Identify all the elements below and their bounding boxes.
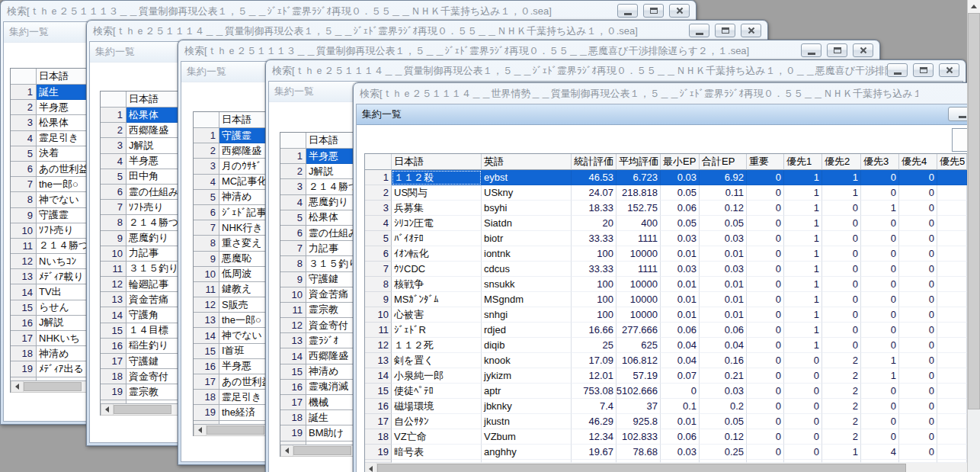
panel-titlebar[interactable]: 集約一覧 [357, 104, 967, 125]
row-number: 14 [365, 368, 392, 384]
column-header-8[interactable]: 優先1 [784, 154, 822, 170]
window-titlebar[interactable]: 検索[ｔｈｅ２５１１１３＿＿質量制御再現公表１，５＿＿ｼﾞｪﾄﾞ霊界ﾗｼﾞｵ再現… [181, 40, 877, 61]
table-row[interactable]: 4ｼﾘｺﾝ圧電Siatdn204000.050.0501000 [365, 216, 967, 231]
scroll-left-button[interactable] [11, 381, 24, 392]
table-row[interactable]: 11ｼﾞｪﾄﾞRrdjed16.66277.6660.060.0601000 [365, 323, 967, 338]
table-cell: １１２死 [392, 338, 482, 353]
row-number: 5 [194, 190, 219, 205]
table-cell: 0 [899, 231, 937, 246]
table-row[interactable]: 9MSｶﾞﾝﾀﾞﾑMSgndm100100000.010.0101000 [365, 292, 967, 307]
column-header-7[interactable]: 重要 [747, 154, 784, 170]
scrollbar-thumb[interactable] [24, 382, 82, 391]
table-row[interactable]: 15使徒ﾍﾟﾃﾛaptr753.0825102.66600.0300200 [365, 384, 967, 399]
scrollbar-thumb[interactable] [968, 13, 980, 409]
table-cell: ｼﾞｪﾄﾞR [392, 323, 482, 338]
table-cell: 100 [572, 246, 617, 262]
table-cell: 0 [861, 185, 899, 201]
row-number: 17 [280, 395, 306, 410]
scroll-up-button[interactable] [968, 0, 980, 14]
table-cell: 0.05 [661, 216, 700, 231]
scroll-left-button[interactable] [281, 445, 293, 456]
column-header-10[interactable]: 優先3 [861, 154, 899, 170]
scroll-left-button[interactable] [194, 425, 207, 435]
table-row[interactable]: 1１１２殺eybst46.536.7230.036.9201100 [365, 170, 967, 185]
column-header-9[interactable]: 優先2 [822, 154, 861, 170]
table-cell: 1 [784, 170, 822, 185]
column-header-5[interactable]: 最小EP [661, 154, 700, 170]
table-row[interactable]: 3兵募集bsyhi18.33152.750.060.1201010 [365, 201, 967, 216]
column-header-3[interactable]: 統計評価 [572, 154, 617, 170]
table-cell: 磁場環境 [392, 399, 482, 414]
maximize-button[interactable] [913, 63, 934, 77]
close-button[interactable] [669, 4, 690, 18]
maximize-button[interactable] [643, 4, 664, 18]
table-cell: diqib [482, 338, 572, 353]
column-header-12[interactable]: 優先5 [937, 154, 967, 170]
table-cell: 10000 [617, 307, 661, 323]
table-cell: 0 [822, 262, 861, 277]
maximize-button[interactable] [715, 24, 735, 37]
column-header-rownum[interactable] [365, 154, 392, 170]
table-row[interactable]: 16磁場環境jbknky7.4370.10.200200 [365, 399, 967, 414]
window-titlebar[interactable]: 検索[ｔｈｅ２５１１１４＿＿世界情勢＿＿質量制御再現公表１，５＿＿ｼﾞｪﾄﾞ霊界… [356, 83, 967, 104]
minimize-button[interactable] [801, 43, 821, 57]
table-row[interactable]: 8核戦争snsukk100100000.010.0101000 [365, 277, 967, 292]
table-cell: 0.07 [661, 368, 700, 384]
table-cell: 1 [784, 231, 822, 246]
column-header-6[interactable]: 合計EP [700, 154, 747, 170]
table-row[interactable]: 14小泉純一郎jykizm12.0157.190.070.2100210 [365, 368, 967, 384]
table-cell: 0 [822, 246, 861, 262]
table-cell [937, 216, 967, 231]
row-number: 7 [280, 241, 306, 256]
column-header-4[interactable]: 平均評価 [617, 154, 661, 170]
scroll-left-button[interactable] [365, 463, 377, 472]
window-title: 検索[ｔｈｅ２５１１１４＿＿質量制御再現公表１，５＿＿ｼﾞｪﾄﾞ霊界ﾗｼﾞｵ再現… [268, 64, 899, 78]
toolbar-blank-button[interactable] [952, 128, 967, 152]
table-row[interactable]: 2US関与USkny24.07218.8180.050.1101100 [365, 185, 967, 201]
table-row[interactable]: 7ｳｿCDCcdcus33.3311110.030.0301000 [365, 262, 967, 277]
row-number: 13 [280, 333, 306, 348]
table-cell: 1 [784, 323, 822, 338]
workspace-vertical-scrollbar[interactable] [967, 0, 980, 472]
row-number: 17 [11, 331, 37, 346]
close-button[interactable] [939, 63, 959, 77]
table-cell: 自公ｻﾀﾝ [392, 414, 482, 429]
panel-minimize-button[interactable] [948, 107, 967, 121]
column-header-1[interactable]: 日本語 [392, 154, 482, 170]
table-row[interactable]: 17自公ｻﾀﾝjkustn46.29925.80.010.0500200 [365, 414, 967, 429]
table-cell: 0 [822, 216, 861, 231]
window-title: 検索[ｔｈｅ２５１１１３＿＿質量制御再現公表１，５＿＿ｼﾞｪﾄﾞ霊界ﾗｼﾞｵ再現… [3, 5, 552, 18]
row-number: 10 [365, 307, 392, 323]
table-row[interactable]: 19暗号表anghhy19.6778.680.030.2500140 [365, 445, 967, 460]
table-cell: 0 [861, 323, 899, 338]
row-number: 14 [11, 284, 37, 300]
table-row[interactable]: 5ﾊﾞｲｵﾃﾛbiotr33.3311110.030.0301000 [365, 231, 967, 246]
table-horizontal-scrollbar[interactable] [365, 463, 967, 472]
table-row[interactable]: 6ｲｵﾝ転化iontnk100100000.010.0101000 [365, 246, 967, 262]
close-button[interactable] [741, 24, 761, 37]
scrollbar-thumb[interactable] [293, 446, 351, 455]
caption-buttons [887, 63, 959, 77]
row-number: 10 [280, 287, 306, 303]
search-window-5[interactable]: 検索[ｔｈｅ２５１１１４＿＿世界情勢＿＿質量制御再現公表１，５＿＿ｼﾞｪﾄﾞ霊界… [353, 82, 967, 472]
minimize-button[interactable] [617, 4, 638, 18]
scrollbar-thumb[interactable] [377, 464, 906, 472]
window-titlebar[interactable]: 検索[ｔｈｅ２５１１１４＿＿質量制御再現公表１，５＿＿ｼﾞｪﾄﾞ霊界ﾗｼﾞｵ再現… [89, 21, 765, 41]
column-header-2[interactable]: 英語 [482, 154, 572, 170]
table-row[interactable]: 13剣を置くknook17.09106.8120.040.1600210 [365, 353, 967, 368]
table-row[interactable]: 12１１２死diqib256250.040.0401000 [365, 338, 967, 353]
table-row[interactable]: 18VZ亡命VZbum12.34102.8330.060.1200200 [365, 429, 967, 445]
column-header-11[interactable]: 優先4 [899, 154, 937, 170]
scroll-left-button[interactable] [101, 404, 114, 415]
minimize-button[interactable] [689, 24, 709, 37]
close-button[interactable] [853, 43, 873, 57]
maximize-button[interactable] [827, 43, 847, 57]
table-row[interactable]: 10心被害snhgi100100000.010.0101000 [365, 307, 967, 323]
table-cell: 0.06 [661, 429, 700, 445]
row-number: 2 [11, 100, 37, 115]
scrollbar-thumb[interactable] [207, 425, 264, 435]
window-titlebar[interactable]: 検索[ｔｈｅ２５１１１３＿＿質量制御再現公表１，５＿＿ｼﾞｪﾄﾞ霊界ﾗｼﾞｵ再現… [3, 1, 693, 21]
minimize-button[interactable] [887, 63, 908, 77]
scrollbar-thumb[interactable] [114, 405, 171, 414]
window-titlebar[interactable]: 検索[ｔｈｅ２５１１１４＿＿質量制御再現公表１，５＿＿ｼﾞｪﾄﾞ霊界ﾗｼﾞｵ再現… [268, 60, 963, 81]
